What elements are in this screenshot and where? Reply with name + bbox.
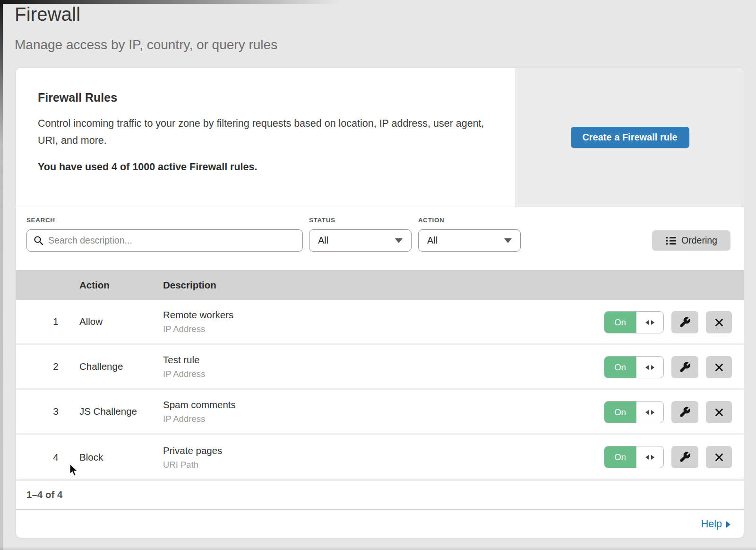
wrench-icon — [679, 316, 691, 328]
create-firewall-rule-button[interactable]: Create a Firewall rule — [571, 127, 689, 148]
delete-rule-button[interactable] — [706, 311, 732, 333]
rule-enabled-toggle[interactable]: On — [604, 401, 664, 423]
close-icon — [714, 317, 724, 328]
card-description: Control incoming traffic to your zone by… — [38, 115, 484, 149]
table-row: 2 Challenge Test rule IP Address On — [16, 345, 744, 390]
rule-action: JS Challenge — [79, 390, 137, 433]
table-row: 1 Allow Remote workers IP Address On — [16, 300, 744, 345]
column-header-action: Action — [79, 279, 110, 291]
rule-description-block: Spam comments IP Address — [163, 399, 236, 424]
wrench-icon — [679, 406, 691, 418]
toggle-on-label[interactable]: On — [604, 357, 636, 378]
search-icon — [34, 236, 43, 245]
arrow-right-icon — [651, 455, 654, 460]
rule-action: Block — [79, 435, 103, 480]
edit-rule-button[interactable] — [671, 356, 698, 378]
toggle-on-label[interactable]: On — [604, 402, 636, 423]
toggle-reorder-handle[interactable] — [636, 446, 663, 468]
close-icon — [714, 452, 724, 463]
edit-rule-button[interactable] — [671, 401, 698, 423]
table-header: Action Description — [16, 270, 744, 300]
help-link-label: Help — [701, 518, 722, 530]
column-header-description: Description — [163, 279, 216, 291]
rule-action: Allow — [79, 300, 103, 343]
delete-rule-button[interactable] — [706, 446, 732, 468]
rule-enabled-toggle[interactable]: On — [604, 311, 664, 333]
rule-priority: 1 — [50, 300, 61, 343]
card-intro-section: Firewall Rules Control incoming traffic … — [16, 68, 744, 207]
toggle-on-label[interactable]: On — [604, 446, 636, 468]
action-selected-value: All — [427, 235, 438, 246]
arrow-right-icon — [651, 410, 654, 415]
delete-rule-button[interactable] — [706, 401, 732, 423]
action-select[interactable]: All — [418, 229, 521, 252]
rule-description-block: Test rule IP Address — [163, 354, 205, 379]
edit-rule-button[interactable] — [671, 446, 698, 468]
status-label: STATUS — [309, 217, 335, 224]
rule-description: Remote workers — [163, 309, 233, 321]
rule-action: Challenge — [79, 345, 123, 388]
intro-text-panel: Firewall Rules Control incoming traffic … — [16, 68, 515, 207]
arrow-right-icon — [651, 365, 654, 370]
rule-description-block: Private pages URI Path — [163, 445, 222, 470]
search-label: SEARCH — [26, 217, 55, 224]
status-select[interactable]: All — [309, 229, 412, 252]
rule-description: Spam comments — [163, 399, 236, 410]
rule-priority: 2 — [50, 345, 61, 388]
ordered-list-icon — [665, 236, 676, 245]
chevron-down-icon — [504, 238, 512, 243]
firewall-rules-card: Firewall Rules Control incoming traffic … — [16, 68, 744, 538]
search-input[interactable] — [48, 235, 296, 246]
arrow-left-icon — [645, 455, 649, 460]
capture-edge-artifact-bottom — [0, 546, 756, 550]
search-box[interactable] — [26, 229, 303, 252]
pagination-range: 1–4 of 4 — [26, 489, 62, 500]
rule-description-block: Remote workers IP Address — [163, 309, 233, 334]
ordering-button[interactable]: Ordering — [652, 230, 730, 251]
toggle-reorder-handle[interactable] — [636, 312, 663, 333]
filter-bar: SEARCH STATUS ACTION All All — [16, 207, 744, 270]
create-rule-panel: Create a Firewall rule — [515, 68, 744, 207]
rule-match-type: IP Address — [163, 414, 236, 424]
arrow-left-icon — [645, 410, 649, 415]
action-label: ACTION — [418, 217, 444, 224]
table-row: 4 Block Private pages URI Path On — [16, 435, 744, 480]
ordering-button-label: Ordering — [681, 235, 717, 246]
edit-rule-button[interactable] — [671, 311, 698, 333]
usage-note: You have used 4 of 1000 active Firewall … — [38, 161, 497, 173]
rule-description: Test rule — [163, 354, 205, 366]
rule-enabled-toggle[interactable]: On — [604, 356, 664, 378]
toggle-reorder-handle[interactable] — [636, 402, 663, 423]
capture-edge-artifact-top — [0, 0, 369, 4]
table-row: 3 JS Challenge Spam comments IP Address … — [16, 390, 744, 435]
page-title: Firewall — [15, 4, 80, 25]
help-link[interactable]: Help — [701, 518, 730, 530]
rule-match-type: IP Address — [163, 369, 205, 379]
help-bar: Help — [16, 509, 744, 538]
chevron-down-icon — [395, 238, 403, 243]
arrow-right-icon — [651, 320, 654, 325]
rule-enabled-toggle[interactable]: On — [604, 446, 664, 468]
wrench-icon — [679, 361, 691, 373]
close-icon — [714, 362, 724, 373]
rule-match-type: IP Address — [163, 324, 233, 334]
rules-list: 1 Allow Remote workers IP Address On 2 — [16, 300, 744, 480]
chevron-right-icon — [726, 521, 730, 528]
card-heading: Firewall Rules — [38, 91, 497, 105]
rule-priority: 3 — [50, 390, 61, 433]
toggle-on-label[interactable]: On — [604, 312, 636, 333]
page-subtitle: Manage access by IP, country, or query r… — [15, 37, 277, 52]
capture-edge-artifact-left — [0, 0, 3, 550]
rule-match-type: URI Path — [163, 459, 222, 470]
rule-description: Private pages — [163, 445, 222, 456]
toggle-reorder-handle[interactable] — [636, 357, 663, 378]
close-icon — [714, 407, 724, 418]
status-selected-value: All — [318, 235, 328, 246]
pagination-bar: 1–4 of 4 — [16, 480, 744, 509]
delete-rule-button[interactable] — [706, 356, 732, 378]
arrow-left-icon — [645, 365, 649, 370]
arrow-left-icon — [645, 320, 649, 325]
wrench-icon — [679, 451, 691, 463]
rule-priority: 4 — [50, 435, 61, 480]
